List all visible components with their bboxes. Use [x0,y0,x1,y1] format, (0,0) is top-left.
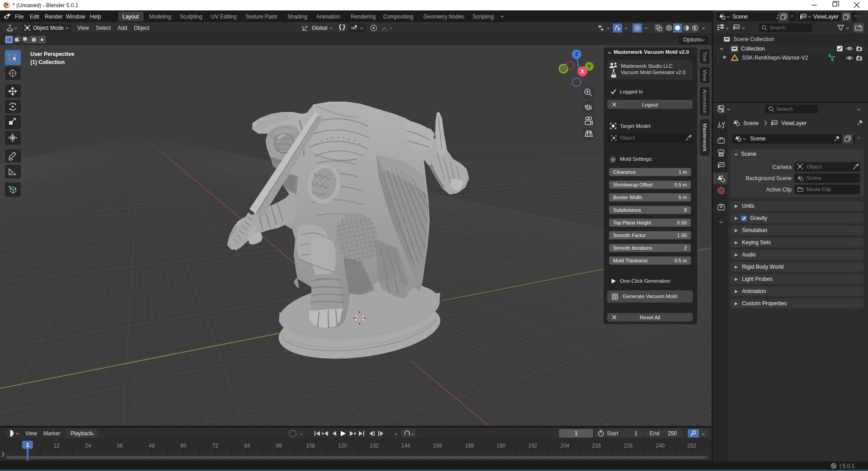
svg-text:X: X [581,69,584,74]
svg-text:1: 1 [26,442,29,448]
svg-text:Z: Z [575,51,578,57]
svg-text:Y: Y [587,64,591,69]
